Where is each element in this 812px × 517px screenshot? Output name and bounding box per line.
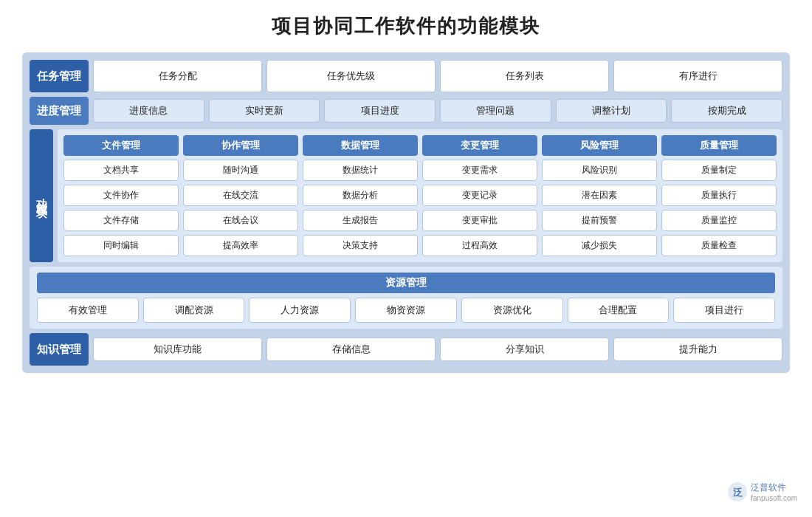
col-item-3-0: 变更需求 — [422, 160, 537, 181]
function-label: 功能模块 — [30, 129, 53, 262]
progress-item-4: 调整计划 — [556, 99, 667, 123]
resource-item-4: 资源优化 — [461, 298, 563, 323]
col-item-1-2: 在线会议 — [183, 210, 298, 231]
col-item-3-1: 变更记录 — [422, 185, 537, 206]
column-file-management: 文件管理 文档共享 文件协作 文件存储 同时编辑 — [63, 135, 179, 256]
col-item-2-3: 决策支持 — [303, 235, 418, 256]
col-item-0-2: 文件存储 — [63, 210, 179, 231]
col-item-5-2: 质量监控 — [661, 210, 777, 231]
column-data-management: 数据管理 数据统计 数据分析 生成报告 决策支持 — [303, 135, 418, 256]
progress-items-group: 进度信息 实时更新 项目进度 管理问题 调整计划 按期完成 — [93, 99, 782, 123]
resource-items-group: 有效管理 调配资源 人力资源 物资资源 资源优化 合理配置 项目进行 — [37, 298, 775, 323]
col-item-4-2: 提前预警 — [542, 210, 657, 231]
resource-item-6: 项目进行 — [673, 298, 775, 323]
col-item-4-1: 潜在因素 — [542, 185, 657, 206]
col-header-3: 变更管理 — [422, 135, 537, 156]
column-change-management: 变更管理 变更需求 变更记录 变更审批 过程高效 — [422, 135, 537, 256]
col-item-0-3: 同时编辑 — [63, 235, 179, 256]
resource-item-0: 有效管理 — [37, 298, 139, 323]
col-item-2-0: 数据统计 — [303, 160, 418, 181]
col-item-5-0: 质量制定 — [661, 160, 777, 181]
col-item-0-1: 文件协作 — [63, 185, 179, 206]
column-quality-management: 质量管理 质量制定 质量执行 质量监控 质量检查 — [661, 135, 777, 256]
progress-management-row: 进度管理 进度信息 实时更新 项目进度 管理问题 调整计划 按期完成 — [30, 97, 782, 125]
col-item-2-2: 生成报告 — [303, 210, 418, 231]
brand-logo-icon: 泛 — [727, 482, 748, 502]
watermark: 泛 泛普软件 fanpusoft.com — [727, 482, 797, 502]
knowledge-management-label: 知识管理 — [30, 333, 89, 366]
function-area: 功能模块 文件管理 文档共享 文件协作 文件存储 同时编辑 协作管理 随时沟通 … — [30, 129, 782, 262]
col-item-3-2: 变更审批 — [422, 210, 537, 231]
knowledge-item-1: 存储信息 — [266, 338, 436, 361]
col-item-5-1: 质量执行 — [661, 185, 777, 206]
knowledge-item-2: 分享知识 — [440, 338, 609, 361]
main-container: 任务管理 任务分配 任务优先级 任务列表 有序进行 进度管理 进度信息 实时更新… — [22, 52, 790, 373]
knowledge-item-0: 知识库功能 — [93, 338, 262, 361]
col-item-1-0: 随时沟通 — [183, 160, 298, 181]
column-risk-management: 风险管理 风险识别 潜在因素 提前预警 减少损失 — [542, 135, 657, 256]
col-header-2: 数据管理 — [303, 135, 418, 156]
watermark-text-group: 泛普软件 fanpusoft.com — [751, 482, 797, 502]
knowledge-item-3: 提升能力 — [613, 338, 782, 361]
progress-item-3: 管理问题 — [440, 99, 551, 123]
resource-item-3: 物资资源 — [355, 298, 457, 323]
column-collaboration-management: 协作管理 随时沟通 在线交流 在线会议 提高效率 — [183, 135, 298, 256]
col-item-0-0: 文档共享 — [63, 160, 179, 181]
task-item-1: 任务优先级 — [266, 60, 436, 92]
resource-item-1: 调配资源 — [143, 298, 245, 323]
col-header-1: 协作管理 — [183, 135, 298, 156]
task-item-3: 有序进行 — [613, 60, 782, 92]
resource-header: 资源管理 — [37, 273, 775, 293]
task-item-2: 任务列表 — [440, 60, 609, 92]
resource-item-2: 人力资源 — [249, 298, 351, 323]
knowledge-items-group: 知识库功能 存储信息 分享知识 提升能力 — [93, 338, 782, 361]
svg-text:泛: 泛 — [733, 487, 743, 498]
col-item-5-3: 质量检查 — [661, 235, 777, 256]
resource-item-5: 合理配置 — [568, 298, 670, 323]
progress-item-5: 按期完成 — [671, 99, 782, 123]
knowledge-management-row: 知识管理 知识库功能 存储信息 分享知识 提升能力 — [30, 333, 782, 366]
col-item-2-1: 数据分析 — [303, 185, 418, 206]
resource-section: 资源管理 有效管理 调配资源 人力资源 物资资源 资源优化 合理配置 项目进行 — [30, 267, 782, 329]
col-item-4-3: 减少损失 — [542, 235, 657, 256]
columns-area: 文件管理 文档共享 文件协作 文件存储 同时编辑 协作管理 随时沟通 在线交流 … — [58, 129, 782, 262]
progress-item-1: 实时更新 — [209, 99, 320, 123]
col-item-1-1: 在线交流 — [183, 185, 298, 206]
brand-url: fanpusoft.com — [751, 494, 797, 502]
progress-management-label: 进度管理 — [30, 97, 89, 125]
task-management-row: 任务管理 任务分配 任务优先级 任务列表 有序进行 — [30, 60, 782, 92]
col-header-5: 质量管理 — [661, 135, 777, 156]
brand-name: 泛普软件 — [751, 482, 797, 494]
task-items-group: 任务分配 任务优先级 任务列表 有序进行 — [93, 60, 782, 92]
task-item-0: 任务分配 — [93, 60, 262, 92]
col-item-1-3: 提高效率 — [183, 235, 298, 256]
col-header-4: 风险管理 — [542, 135, 657, 156]
col-item-3-3: 过程高效 — [422, 235, 537, 256]
progress-item-0: 进度信息 — [93, 99, 204, 123]
task-management-label: 任务管理 — [30, 60, 89, 92]
col-header-0: 文件管理 — [63, 135, 179, 156]
page-title: 项目协同工作软件的功能模块 — [272, 13, 540, 39]
col-item-4-0: 风险识别 — [542, 160, 657, 181]
progress-item-2: 项目进度 — [324, 99, 436, 123]
